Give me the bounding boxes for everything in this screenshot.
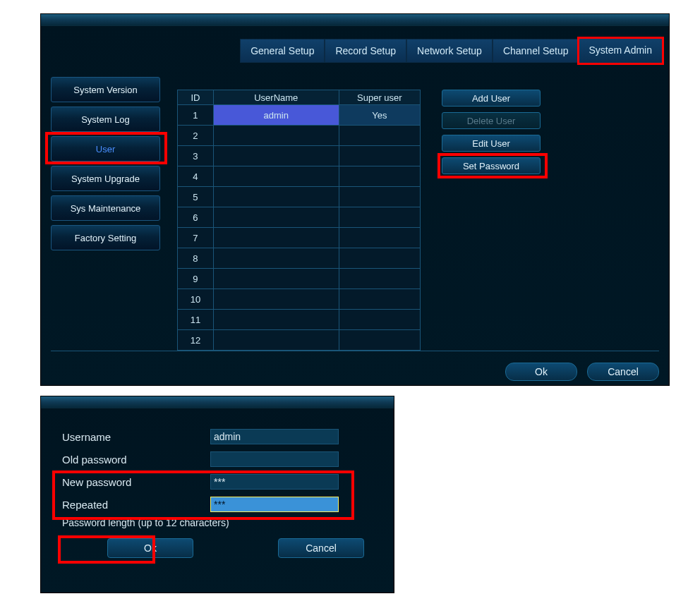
table-row[interactable]: 4 — [178, 166, 421, 187]
table-row[interactable]: 11 — [178, 310, 421, 330]
cell-username — [213, 126, 339, 146]
col-header-username: UserName — [213, 90, 339, 105]
user-table: ID UserName Super user 1adminYes23456789… — [177, 90, 421, 351]
col-header-superuser: Super user — [339, 90, 420, 105]
tab-network-setup[interactable]: Network Setup — [406, 39, 493, 63]
sidebar-item-user[interactable]: User — [51, 136, 160, 162]
sidebar-item-sys-maintenance[interactable]: Sys Maintenance — [51, 195, 160, 221]
cell-id: 2 — [178, 126, 214, 146]
sidebar: System Version System Log User System Up… — [51, 75, 160, 351]
sidebar-item-system-version[interactable]: System Version — [51, 77, 160, 102]
username-field[interactable] — [210, 429, 339, 444]
cancel-button[interactable]: Cancel — [587, 363, 659, 381]
cell-id: 10 — [178, 289, 214, 310]
sidebar-item-system-upgrade[interactable]: System Upgrade — [51, 166, 160, 191]
cell-id: 3 — [178, 146, 214, 166]
set-password-dialog: Username Old password New password Repea… — [40, 396, 394, 593]
table-row[interactable]: 6 — [178, 207, 421, 228]
cell-username — [213, 310, 339, 330]
cell-superuser — [339, 187, 420, 207]
system-admin-window: General Setup Record Setup Network Setup… — [40, 13, 670, 386]
label-old-password: Old password — [62, 454, 210, 466]
old-password-field[interactable] — [210, 451, 339, 467]
table-row[interactable]: 3 — [178, 146, 421, 166]
cell-username — [213, 207, 339, 228]
cell-superuser — [339, 166, 420, 187]
set-password-button[interactable]: Set Password — [442, 157, 541, 174]
table-row[interactable]: 10 — [178, 289, 421, 310]
cell-username — [213, 289, 339, 310]
cell-username: admin — [213, 105, 339, 126]
cell-superuser — [339, 330, 420, 351]
titlebar — [41, 14, 669, 26]
cell-id: 8 — [178, 248, 214, 269]
sidebar-item-factory-setting[interactable]: Factory Setting — [51, 225, 160, 250]
repeated-password-field[interactable] — [210, 497, 339, 512]
new-password-field[interactable] — [210, 474, 339, 490]
cell-superuser — [339, 248, 420, 269]
cell-username — [213, 166, 339, 187]
dialog-cancel-button[interactable]: Cancel — [278, 538, 364, 558]
top-tabs: General Setup Record Setup Network Setup… — [41, 26, 669, 63]
cell-id: 4 — [178, 166, 214, 187]
password-hint: Password length (up to 12 characters) — [62, 517, 373, 528]
label-username: Username — [62, 431, 210, 443]
cell-superuser — [339, 269, 420, 289]
col-header-id: ID — [178, 90, 214, 105]
add-user-button[interactable]: Add User — [442, 90, 541, 107]
footer: Ok Cancel — [51, 351, 659, 381]
cell-username — [213, 146, 339, 166]
cell-id: 6 — [178, 207, 214, 228]
tab-record-setup[interactable]: Record Setup — [325, 39, 406, 63]
cell-id: 11 — [178, 310, 214, 330]
user-action-buttons: Add User Delete User Edit User Set Passw… — [442, 90, 541, 351]
dialog-titlebar — [41, 396, 394, 408]
label-repeated: Repeated — [62, 499, 210, 511]
dialog-ok-button[interactable]: Ok — [107, 538, 193, 558]
cell-superuser — [339, 146, 420, 166]
cell-username — [213, 269, 339, 289]
table-row[interactable]: 2 — [178, 126, 421, 146]
cell-superuser — [339, 310, 420, 330]
cell-id: 12 — [178, 330, 214, 351]
table-row[interactable]: 1adminYes — [178, 105, 421, 126]
cell-superuser — [339, 126, 420, 146]
cell-username — [213, 228, 339, 248]
cell-superuser: Yes — [339, 105, 420, 126]
cell-superuser — [339, 289, 420, 310]
cell-id: 1 — [178, 105, 214, 126]
cell-superuser — [339, 228, 420, 248]
cell-username — [213, 330, 339, 351]
cell-username — [213, 248, 339, 269]
sidebar-item-system-log[interactable]: System Log — [51, 107, 160, 132]
cell-username — [213, 187, 339, 207]
delete-user-button[interactable]: Delete User — [442, 112, 541, 129]
cell-id: 5 — [178, 187, 214, 207]
edit-user-button[interactable]: Edit User — [442, 135, 541, 152]
tab-system-admin[interactable]: System Admin — [577, 37, 664, 65]
cell-id: 7 — [178, 228, 214, 248]
table-row[interactable]: 9 — [178, 269, 421, 289]
cell-id: 9 — [178, 269, 214, 289]
table-row[interactable]: 5 — [178, 187, 421, 207]
label-new-password: New password — [62, 476, 210, 488]
ok-button[interactable]: Ok — [505, 363, 577, 381]
cell-superuser — [339, 207, 420, 228]
tab-channel-setup[interactable]: Channel Setup — [493, 39, 579, 63]
table-row[interactable]: 7 — [178, 228, 421, 248]
table-row[interactable]: 12 — [178, 330, 421, 351]
tab-general-setup[interactable]: General Setup — [240, 39, 325, 63]
table-row[interactable]: 8 — [178, 248, 421, 269]
